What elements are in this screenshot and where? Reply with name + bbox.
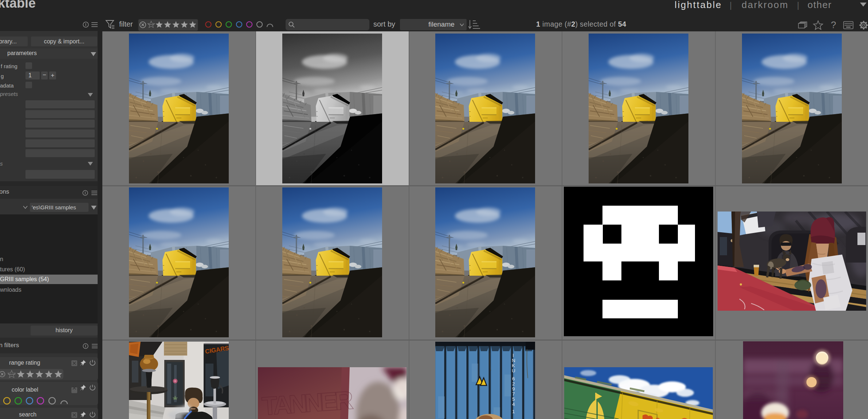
svg-text:2: 2 bbox=[512, 381, 515, 387]
svg-text:6: 6 bbox=[512, 376, 515, 381]
svg-text:5: 5 bbox=[512, 396, 515, 402]
svg-text:N: N bbox=[512, 358, 515, 363]
svg-text:4: 4 bbox=[512, 401, 515, 407]
svg-text:7: 7 bbox=[512, 391, 515, 397]
svg-text:U: U bbox=[512, 368, 515, 373]
svg-text:I: I bbox=[512, 353, 514, 358]
svg-text:1: 1 bbox=[512, 409, 515, 414]
svg-text:9: 9 bbox=[512, 386, 515, 392]
svg-text:K: K bbox=[512, 363, 515, 368]
